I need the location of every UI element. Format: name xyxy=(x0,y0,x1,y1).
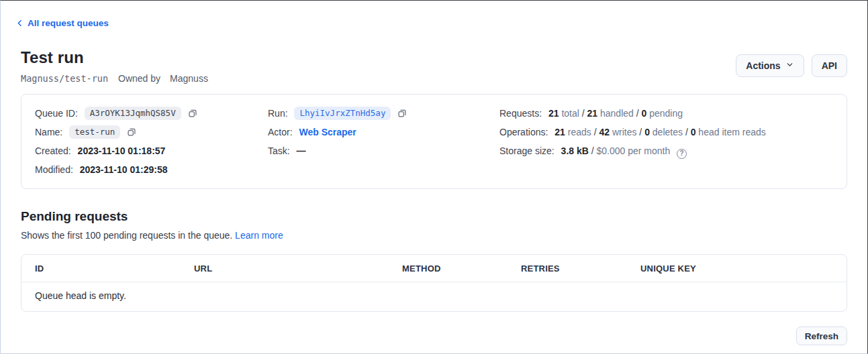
storage-label: Storage size: xyxy=(499,145,554,156)
modified-row: Modified: 2023-11-10 01:29:58 xyxy=(35,160,268,179)
actions-button[interactable]: Actions xyxy=(736,54,804,77)
actions-button-label: Actions xyxy=(746,60,780,71)
created-row: Created: 2023-11-10 01:18:57 xyxy=(35,141,268,160)
run-row: Run: LhyiIvJrxZTnHd5ay xyxy=(268,104,499,123)
pending-requests-subtitle: Shows the first 100 pending requests in … xyxy=(21,230,847,241)
stat-unit: handled xyxy=(600,108,634,119)
stat-separator: / xyxy=(594,127,597,137)
owned-by-label: Owned by xyxy=(118,73,160,84)
column-header-id: ID xyxy=(21,255,194,282)
pending-requests-table-card: ID URL METHOD RETRIES UNIQUE KEY Queue h… xyxy=(21,254,847,312)
requests-row: Requests: 21 total / 21 handled / 0 pend… xyxy=(499,104,833,123)
modified-label: Modified: xyxy=(35,164,73,175)
stat-unit: reads xyxy=(568,127,591,137)
pending-subtitle-text: Shows the first 100 pending requests in … xyxy=(21,230,232,241)
stat-unit: writes xyxy=(612,127,637,137)
stat-separator: / xyxy=(685,127,688,137)
queue-id-row: Queue ID: A3rOYK13JqmhQS85V xyxy=(35,104,268,123)
column-header-method: METHOD xyxy=(402,255,521,282)
stat-separator: / xyxy=(636,108,639,119)
name-label: Name: xyxy=(35,127,62,137)
learn-more-link[interactable]: Learn more xyxy=(235,230,283,241)
copy-icon xyxy=(188,110,197,120)
overview-column-stats: Requests: 21 total / 21 handled / 0 pend… xyxy=(499,104,833,179)
empty-state-row: Queue head is empty. xyxy=(21,282,847,312)
overview-column-run: Run: LhyiIvJrxZTnHd5ay Actor: Web Scrape… xyxy=(268,104,499,179)
stat-number: 21 xyxy=(554,127,565,137)
copy-queue-id-button[interactable] xyxy=(188,109,197,120)
stat-separator: / xyxy=(639,127,642,137)
breadcrumb-label: All request queues xyxy=(28,18,109,28)
storage-size-value: 3.8 kB xyxy=(561,145,589,156)
page-header: Test run Magnuss/test-run Owned by Magnu… xyxy=(21,48,847,84)
queue-path: Magnuss/test-run xyxy=(21,73,108,84)
run-id-link[interactable]: LhyiIvJrxZTnHd5ay xyxy=(294,107,391,120)
created-value: 2023-11-10 01:18:57 xyxy=(78,145,166,156)
header-buttons: Actions API xyxy=(736,54,847,77)
stat-unit: deletes xyxy=(653,127,683,137)
task-label: Task: xyxy=(268,145,290,156)
queue-id-label: Queue ID: xyxy=(35,108,78,119)
column-header-url: URL xyxy=(194,255,402,282)
page-title: Test run xyxy=(21,48,208,67)
operations-stats: 21 reads / 42 writes / 0 deletes / 0 hea… xyxy=(554,127,765,137)
task-row: Task: — xyxy=(268,141,499,160)
storage-cost-value: $0.000 per month xyxy=(597,145,671,156)
chevron-down-icon xyxy=(785,60,794,71)
stat-number: 21 xyxy=(548,108,559,119)
copy-name-button[interactable] xyxy=(127,127,136,139)
stat-number: 21 xyxy=(587,108,598,119)
copy-icon xyxy=(397,110,407,120)
owner-name: Magnuss xyxy=(170,73,208,84)
stat-separator: / xyxy=(582,108,585,119)
title-block: Test run Magnuss/test-run Owned by Magnu… xyxy=(21,48,208,84)
pending-requests-table: ID URL METHOD RETRIES UNIQUE KEY Queue h… xyxy=(21,255,847,311)
task-value: — xyxy=(297,145,306,156)
chevron-left-icon xyxy=(15,19,24,27)
help-icon[interactable]: ? xyxy=(677,149,687,159)
stat-number: 0 xyxy=(642,108,647,119)
stat-unit: head item reads xyxy=(698,127,765,137)
name-row: Name: test-run xyxy=(35,123,268,141)
modified-value: 2023-11-10 01:29:58 xyxy=(80,164,168,175)
name-value: test-run xyxy=(69,125,120,139)
actor-link[interactable]: Web Scraper xyxy=(299,127,356,137)
stat-unit: pending xyxy=(649,108,683,119)
table-header-row: ID URL METHOD RETRIES UNIQUE KEY xyxy=(21,255,847,282)
operations-row: Operations: 21 reads / 42 writes / 0 del… xyxy=(499,123,833,141)
api-button[interactable]: API xyxy=(812,54,847,77)
copy-icon xyxy=(127,129,136,139)
breadcrumb-all-request-queues[interactable]: All request queues xyxy=(15,18,109,28)
requests-label: Requests: xyxy=(499,108,542,119)
run-label: Run: xyxy=(268,108,288,119)
storage-row: Storage size: 3.8 kB / $0.000 per month … xyxy=(499,141,833,160)
refresh-row: Refresh xyxy=(21,327,847,345)
pending-requests-title: Pending requests xyxy=(21,209,847,224)
stat-number: 0 xyxy=(644,127,650,137)
overview-column-ids: Queue ID: A3rOYK13JqmhQS85V Name: test-r… xyxy=(35,104,268,179)
operations-label: Operations: xyxy=(499,127,548,137)
empty-state-message: Queue head is empty. xyxy=(21,282,847,312)
actor-row: Actor: Web Scraper xyxy=(268,123,499,141)
refresh-button[interactable]: Refresh xyxy=(796,327,847,345)
queue-id-value: A3rOYK13JqmhQS85V xyxy=(85,107,181,120)
request-queue-page: All request queues Test run Magnuss/test… xyxy=(0,0,868,354)
column-header-unique-key: UNIQUE KEY xyxy=(640,255,847,282)
actor-label: Actor: xyxy=(268,127,293,137)
copy-run-id-button[interactable] xyxy=(397,109,407,120)
requests-stats: 21 total / 21 handled / 0 pending xyxy=(548,108,683,119)
storage-separator: / xyxy=(591,145,594,156)
column-header-retries: RETRIES xyxy=(521,255,640,282)
stat-number: 0 xyxy=(691,127,696,137)
overview-card: Queue ID: A3rOYK13JqmhQS85V Name: test-r… xyxy=(21,94,847,189)
created-label: Created: xyxy=(35,145,71,156)
stat-number: 42 xyxy=(599,127,610,137)
stat-unit: total xyxy=(561,108,579,119)
subtitle-row: Magnuss/test-run Owned by Magnuss xyxy=(21,73,208,84)
